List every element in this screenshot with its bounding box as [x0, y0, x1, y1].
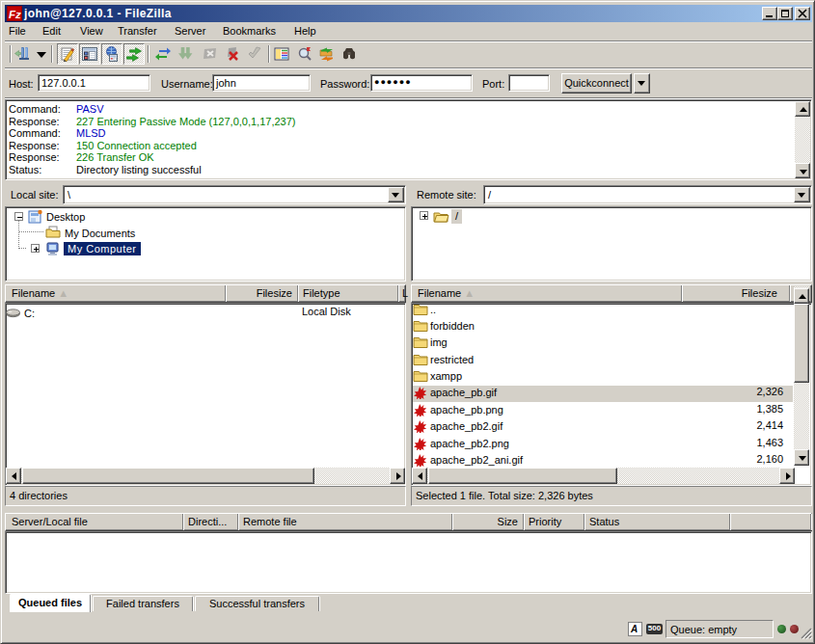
svg-text:Fz: Fz: [9, 9, 21, 20]
